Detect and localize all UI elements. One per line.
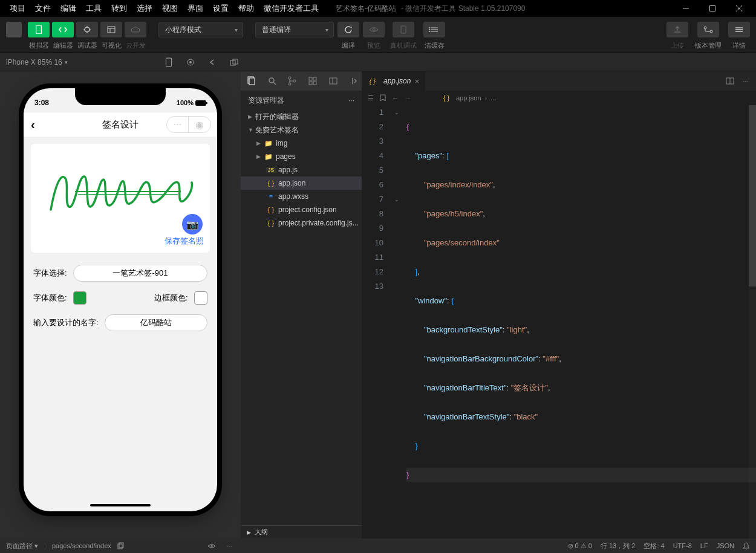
- preview-button[interactable]: [363, 22, 385, 37]
- svg-rect-37: [309, 82, 312, 85]
- editor-scrollbar[interactable]: [749, 105, 756, 538]
- save-signature-link[interactable]: 保存签名照: [37, 236, 204, 247]
- back-icon[interactable]: [208, 58, 217, 66]
- split-editor-icon[interactable]: [726, 77, 734, 85]
- explorer-icon[interactable]: [246, 74, 258, 88]
- fold-icon[interactable]: ⌄: [391, 192, 403, 207]
- extensions-icon[interactable]: [307, 74, 319, 88]
- toolbar: 模拟器 编辑器 调试器 可视化 云开发 小程序模式 普通编译 编译 预览 真机调…: [0, 17, 756, 53]
- outline-section[interactable]: ▶大纲: [241, 525, 362, 538]
- clear-cache-button[interactable]: [423, 22, 445, 37]
- file-project-config[interactable]: { }project.config.json: [241, 203, 362, 216]
- font-select[interactable]: 一笔艺术签-901: [73, 265, 207, 282]
- breadcrumb-file[interactable]: { }app.json›...: [442, 94, 496, 102]
- tab-close-icon[interactable]: ×: [414, 77, 419, 86]
- collapse-icon[interactable]: [347, 74, 359, 88]
- nav-back-button[interactable]: ‹: [31, 118, 35, 132]
- maximize-button[interactable]: [700, 0, 725, 17]
- border-color-swatch[interactable]: [194, 291, 207, 305]
- fold-icon[interactable]: ⌄: [391, 105, 403, 120]
- notification-icon[interactable]: [743, 542, 750, 550]
- bookmark-icon[interactable]: [380, 94, 386, 102]
- cursor-position[interactable]: 行 13，列 2: [601, 542, 635, 551]
- git-icon[interactable]: [286, 74, 298, 88]
- menu-project[interactable]: 项目: [5, 1, 30, 16]
- debugger-toggle[interactable]: [76, 22, 98, 37]
- folder-pages[interactable]: ▶📁pages: [241, 150, 362, 163]
- record-icon[interactable]: [186, 58, 195, 66]
- menu-settings[interactable]: 设置: [208, 1, 233, 16]
- search-icon[interactable]: [266, 74, 278, 88]
- detail-label: 详情: [728, 41, 750, 50]
- rotate-icon[interactable]: [165, 58, 173, 66]
- camera-icon[interactable]: 📷: [182, 214, 203, 234]
- copy-icon[interactable]: [117, 542, 124, 549]
- menu-edit[interactable]: 编辑: [56, 1, 81, 16]
- encoding[interactable]: UTF-8: [673, 542, 692, 549]
- code-content[interactable]: { "pages": [ "pages/index/index", "pages…: [403, 105, 756, 538]
- main-area: 3:08 100% ‹ 签名设计 ··· ◉: [0, 71, 756, 538]
- home-indicator: [90, 504, 151, 506]
- upload-button[interactable]: [666, 22, 688, 37]
- popout-icon[interactable]: [230, 58, 238, 66]
- file-project-private[interactable]: { }project.private.config.js...: [241, 216, 362, 230]
- capsule: ··· ◉: [166, 116, 211, 133]
- editor-toggle[interactable]: [52, 22, 74, 37]
- page-path-value[interactable]: pages/second/index: [52, 542, 111, 549]
- mode-select[interactable]: 小程序模式: [158, 22, 243, 37]
- menu-tool[interactable]: 工具: [81, 1, 106, 16]
- phone-content: 📷 保存签名照 字体选择: 一笔艺术签-901 字体颜色: 边框颜色:: [24, 137, 217, 338]
- compile-mode-select[interactable]: 普通编译: [255, 22, 334, 37]
- capsule-menu-button[interactable]: ···: [167, 117, 189, 132]
- prev-breadcrumb-icon[interactable]: ←: [392, 94, 399, 102]
- explorer-more-icon[interactable]: ···: [348, 96, 354, 105]
- toolbar-list-icon[interactable]: ☰: [368, 94, 374, 102]
- language-mode[interactable]: JSON: [717, 542, 734, 549]
- capsule-close-button[interactable]: ◉: [189, 117, 210, 132]
- visual-toggle[interactable]: [100, 22, 122, 37]
- open-editors-section[interactable]: ▶打开的编辑器: [241, 110, 362, 123]
- indentation[interactable]: 空格: 4: [644, 542, 664, 551]
- menu-ui[interactable]: 界面: [183, 1, 208, 16]
- remote-debug-button[interactable]: [393, 22, 414, 37]
- code-area[interactable]: 12345678910111213 ⌄⌄ { "pages": [ "pages…: [362, 105, 756, 538]
- minimize-button[interactable]: [674, 0, 698, 17]
- svg-point-25: [189, 61, 192, 63]
- close-button[interactable]: [727, 0, 751, 17]
- tab-appjson[interactable]: { } app.json ×: [362, 71, 426, 91]
- file-appjson[interactable]: { }app.json: [241, 176, 362, 190]
- name-input[interactable]: 亿码酷站: [105, 314, 207, 331]
- svg-point-30: [269, 78, 274, 83]
- editor-more-icon[interactable]: ···: [743, 77, 749, 85]
- menu-view[interactable]: 视图: [157, 1, 183, 16]
- menu-help[interactable]: 帮助: [233, 1, 259, 16]
- avatar[interactable]: [6, 22, 22, 37]
- menu-devtools[interactable]: 微信开发者工具: [259, 1, 324, 16]
- font-color-swatch[interactable]: [73, 291, 86, 305]
- page-more-icon[interactable]: ···: [227, 542, 232, 549]
- menu-goto[interactable]: 转到: [106, 1, 132, 16]
- menu-select[interactable]: 选择: [132, 1, 157, 16]
- project-section[interactable]: ▼免费艺术签名: [241, 123, 362, 137]
- page-visibility-icon[interactable]: [207, 543, 216, 549]
- panel-toggle-group: 模拟器 编辑器 调试器 可视化 云开发: [28, 22, 146, 50]
- compile-button[interactable]: [337, 22, 359, 37]
- next-breadcrumb-icon[interactable]: →: [405, 94, 411, 102]
- menu-file[interactable]: 文件: [30, 1, 56, 16]
- nav-title: 签名设计: [102, 119, 138, 131]
- version-button[interactable]: [697, 22, 719, 37]
- cloud-toggle[interactable]: [125, 22, 146, 37]
- file-appjs[interactable]: JSapp.js: [241, 163, 362, 176]
- problems-indicator[interactable]: ⊘ 0 ⚠ 0: [568, 542, 592, 550]
- simulator-toggle[interactable]: [28, 22, 50, 37]
- device-selector[interactable]: iPhone X 85% 16 ▾: [6, 58, 68, 66]
- simulator-panel: 3:08 100% ‹ 签名设计 ··· ◉: [0, 71, 241, 538]
- file-appwxss[interactable]: ≡app.wxss: [241, 190, 362, 203]
- panel-icon[interactable]: [327, 74, 339, 88]
- eol[interactable]: LF: [700, 542, 708, 549]
- page-path-selector[interactable]: 页面路径 ▾: [6, 542, 38, 551]
- clear-cache-label: 清缓存: [422, 41, 446, 50]
- detail-button[interactable]: [728, 22, 750, 37]
- editor-panel: { } app.json × ··· ☰ ← → { }app.json›...…: [362, 71, 756, 538]
- folder-img[interactable]: ▶📁img: [241, 137, 362, 150]
